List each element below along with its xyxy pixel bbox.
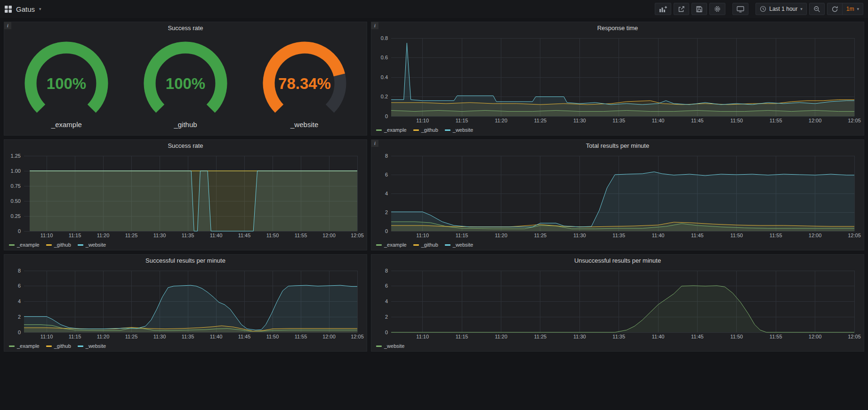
svg-text:11:15: 11:15 [456,334,468,339]
panel-title[interactable]: Total results per minute [371,140,864,152]
svg-text:0.8: 0.8 [381,35,388,41]
legend-series-name: _website [453,242,473,248]
svg-text:2: 2 [18,314,21,320]
legend-item[interactable]: _github [46,242,71,248]
svg-text:8: 8 [385,153,388,159]
refresh-interval-dropdown[interactable]: 1m ▾ [842,3,863,15]
legend-swatch-icon [78,346,83,347]
time-range-picker-button[interactable]: Last 1 hour ▾ [755,3,807,15]
legend: _example_github_website [4,240,367,250]
gauge: 100% _example [11,39,122,129]
svg-text:11:10: 11:10 [40,233,53,238]
panel-title[interactable]: Unsuccessful results per minute [371,255,864,267]
svg-text:11:45: 11:45 [691,334,704,339]
clock-icon [760,6,766,12]
legend-item[interactable]: _github [46,343,71,349]
legend-item[interactable]: _website [376,343,404,349]
add-panel-button[interactable] [655,3,671,15]
legend-item[interactable]: _website [445,127,473,133]
chart-svg[interactable]: 00.20.40.60.811:1011:1511:2011:2511:3011… [374,34,861,125]
svg-text:12:00: 12:00 [322,233,336,238]
legend-swatch-icon [445,244,450,246]
svg-text:11:20: 11:20 [495,233,507,238]
svg-text:11:35: 11:35 [182,334,194,339]
svg-text:11:55: 11:55 [295,334,307,339]
save-dashboard-button[interactable] [691,3,707,15]
legend-item[interactable]: _github [413,242,438,248]
svg-text:11:10: 11:10 [416,334,429,339]
chart-svg[interactable]: 0246811:1011:1511:2011:2511:3011:3511:40… [7,267,364,341]
chart-svg[interactable]: 00.250.500.751.001.2511:1011:1511:2011:2… [7,152,364,240]
svg-text:11:35: 11:35 [612,334,625,339]
dashboard-title-menu[interactable]: Gatus ▾ [5,5,41,13]
svg-text:11:15: 11:15 [456,233,468,238]
panel-info-icon[interactable]: i [371,22,378,29]
panel-info-icon[interactable]: i [4,22,11,29]
legend: _website [371,341,864,351]
panel-title[interactable]: Successful results per minute [4,255,367,267]
cycle-view-mode-button[interactable] [732,3,748,15]
panel-info-icon[interactable]: i [371,140,378,147]
panel-title[interactable]: Success rate [4,22,367,34]
legend-swatch-icon [78,244,83,246]
svg-text:1.00: 1.00 [11,168,21,174]
svg-text:2: 2 [385,314,388,320]
svg-text:11:40: 11:40 [652,334,665,339]
chart-svg[interactable]: 0246811:1011:1511:2011:2511:3011:3511:40… [374,267,861,341]
legend-swatch-icon [376,244,382,246]
legend-series-name: _website [86,242,106,248]
svg-text:11:50: 11:50 [730,334,743,339]
svg-text:2: 2 [385,209,388,215]
svg-text:11:10: 11:10 [416,118,429,123]
svg-text:11:35: 11:35 [612,233,625,238]
gauge-label: _github [174,121,197,129]
legend-item[interactable]: _website [78,343,106,349]
legend-item[interactable]: _example [376,127,407,133]
svg-text:4: 4 [18,298,21,304]
legend-series-name: _example [384,127,407,133]
legend: _example_github_website [371,240,864,250]
legend-series-name: _github [421,242,438,248]
legend-item[interactable]: _example [9,242,40,248]
grafana-apps-grid-icon[interactable] [5,6,12,13]
refresh-dashboard-button[interactable] [827,3,843,15]
legend-item[interactable]: _website [78,242,106,248]
svg-text:0.2: 0.2 [381,94,388,99]
refresh-interval-caret-icon: ▾ [857,7,859,11]
time-range-label: Last 1 hour [769,6,797,12]
legend-series-name: _website [453,127,473,133]
legend-series-name: _github [421,127,438,133]
svg-text:11:40: 11:40 [652,233,665,238]
chart-area: 0246811:1011:1511:2011:2511:3011:3511:40… [374,267,861,341]
svg-text:0: 0 [385,228,388,234]
gauge-arc: 78.34% [249,39,360,120]
svg-text:11:25: 11:25 [125,233,138,238]
dashboard-dropdown-caret-icon[interactable]: ▾ [39,7,41,11]
svg-text:12:05: 12:05 [351,334,364,339]
svg-text:6: 6 [385,172,388,177]
dashboard-grid: i Success rate 100% _example 100% _githu… [0,18,868,355]
legend-item[interactable]: _github [413,127,438,133]
legend-item[interactable]: _example [376,242,407,248]
share-dashboard-button[interactable] [674,3,689,15]
svg-text:11:30: 11:30 [153,233,166,238]
add-panel-icon [659,6,667,13]
panel-response-time: i Response time 00.20.40.60.811:1011:151… [371,22,864,136]
legend-swatch-icon [9,244,15,246]
zoom-out-time-button[interactable] [809,3,825,15]
svg-text:11:20: 11:20 [97,233,110,238]
panel-title[interactable]: Response time [371,22,864,34]
legend-item[interactable]: _example [9,343,40,349]
panel-title[interactable]: Success rate [4,140,367,152]
dashboard-settings-button[interactable] [709,3,725,15]
panel-success-rate-gauges: i Success rate 100% _example 100% _githu… [4,22,367,136]
svg-text:11:45: 11:45 [691,233,704,238]
svg-text:0.4: 0.4 [381,74,388,80]
chart-svg[interactable]: 0246811:1011:1511:2011:2511:3011:3511:40… [374,152,861,240]
panel-unsuccessful-results: Unsuccessful results per minute 0246811:… [371,254,864,352]
gauge-value: 100% [166,75,205,92]
dashboard-title[interactable]: Gatus [16,5,35,13]
legend-item[interactable]: _website [445,242,473,248]
legend-series-name: _github [54,242,71,248]
svg-text:11:20: 11:20 [495,334,507,339]
